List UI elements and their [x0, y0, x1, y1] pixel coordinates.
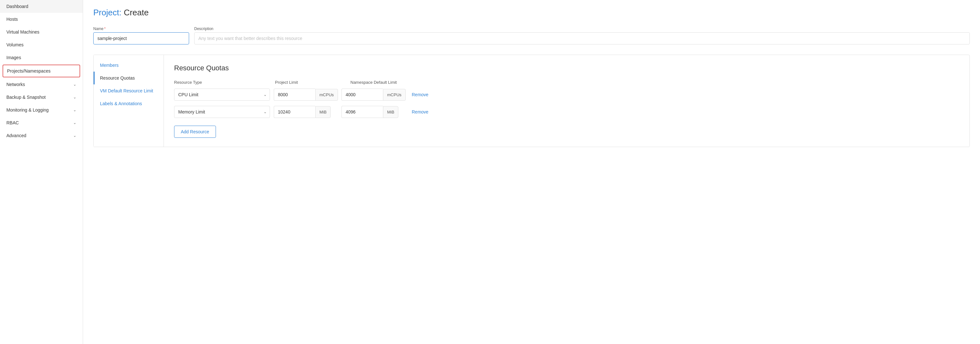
project-limit-group-memory: MiB — [274, 106, 337, 118]
description-field: Description — [194, 27, 970, 45]
sub-nav-resource-quotas[interactable]: Resource Quotas — [94, 72, 164, 85]
namespace-default-input-memory[interactable] — [342, 106, 383, 118]
remove-button-cpu[interactable]: Remove — [409, 91, 431, 98]
sidebar-item-label: Hosts — [6, 17, 18, 22]
namespace-default-group-cpu: mCPUs — [342, 88, 405, 101]
sidebar-item-label: RBAC — [6, 120, 19, 125]
namespace-default-group-memory: MiB — [342, 106, 405, 118]
sidebar-item-label: Dashboard — [6, 4, 29, 9]
sidebar-item-label: Advanced — [6, 133, 26, 138]
name-input[interactable] — [93, 32, 189, 45]
quotas-table-header: Resource Type Project Limit Namespace De… — [174, 80, 959, 85]
sub-nav: Members Resource Quotas VM Default Resou… — [94, 55, 164, 147]
sub-nav-vm-default[interactable]: VM Default Resource Limit — [94, 85, 164, 97]
sub-nav-labels-annotations[interactable]: Labels & Annotations — [94, 97, 164, 110]
project-limit-group-cpu: mCPUs — [274, 88, 337, 101]
sidebar-item-label: Images — [6, 55, 21, 60]
page-title: Project: Create — [93, 8, 970, 18]
chevron-down-icon: ⌄ — [73, 95, 76, 99]
namespace-default-unit-memory: MiB — [383, 106, 398, 118]
sidebar-item-backup-snapshot[interactable]: Backup & Snapshot ⌄ — [0, 91, 83, 104]
project-limit-unit-memory: MiB — [315, 106, 331, 118]
description-input[interactable] — [194, 32, 970, 45]
sidebar-item-volumes[interactable]: Volumes — [0, 38, 83, 51]
sidebar-item-projects-namespaces[interactable]: Projects/Namespaces — [3, 65, 80, 77]
add-resource-button[interactable]: Add Resource — [174, 126, 216, 138]
col-header-namespace-default: Namespace Default Limit — [350, 80, 440, 85]
name-label: Name* — [93, 27, 189, 31]
resource-type-select-memory[interactable]: CPU Limit Memory Limit — [174, 106, 270, 118]
project-limit-input-cpu[interactable] — [274, 88, 315, 101]
quota-row-memory: CPU Limit Memory Limit ⌄ MiB MiB Remove — [174, 106, 959, 118]
col-header-resource-type: Resource Type — [174, 80, 270, 85]
quotas-title: Resource Quotas — [174, 64, 959, 72]
col-header-project-limit: Project Limit — [275, 80, 345, 85]
quotas-panel: Resource Quotas Resource Type Project Li… — [164, 55, 969, 147]
resource-type-select-wrapper-cpu: CPU Limit Memory Limit ⌄ — [174, 88, 270, 101]
sidebar-item-virtual-machines[interactable]: Virtual Machines — [0, 26, 83, 38]
sidebar-item-label: Volumes — [6, 42, 24, 47]
sidebar-item-rbac[interactable]: RBAC ⌄ — [0, 116, 83, 129]
chevron-down-icon: ⌄ — [73, 133, 76, 138]
content-area: Members Resource Quotas VM Default Resou… — [93, 55, 970, 147]
project-form: Name* Description — [93, 27, 970, 45]
resource-type-select-wrapper-memory: CPU Limit Memory Limit ⌄ — [174, 106, 270, 118]
name-field: Name* — [93, 27, 189, 45]
sidebar-item-networks[interactable]: Networks ⌄ — [0, 78, 83, 91]
sidebar-item-hosts[interactable]: Hosts — [0, 13, 83, 26]
sidebar-item-label: Monitoring & Logging — [6, 107, 49, 112]
resource-type-select-cpu[interactable]: CPU Limit Memory Limit — [174, 88, 270, 101]
project-limit-unit-cpu: mCPUs — [315, 89, 338, 101]
sidebar: Dashboard Hosts Virtual Machines Volumes… — [0, 0, 83, 344]
sidebar-item-images[interactable]: Images — [0, 51, 83, 64]
chevron-down-icon: ⌄ — [73, 120, 76, 125]
chevron-down-icon: ⌄ — [73, 82, 76, 86]
chevron-down-icon: ⌄ — [73, 108, 76, 112]
namespace-default-input-cpu[interactable] — [342, 88, 383, 101]
sidebar-item-label: Networks — [6, 82, 25, 87]
namespace-default-unit-cpu: mCPUs — [383, 89, 406, 101]
sub-nav-members[interactable]: Members — [94, 59, 164, 72]
remove-button-memory[interactable]: Remove — [409, 108, 431, 116]
quota-row-cpu: CPU Limit Memory Limit ⌄ mCPUs mCPUs Rem… — [174, 88, 959, 101]
sidebar-item-monitoring-logging[interactable]: Monitoring & Logging ⌄ — [0, 104, 83, 116]
sidebar-item-label: Virtual Machines — [6, 29, 39, 35]
sidebar-item-advanced[interactable]: Advanced ⌄ — [0, 129, 83, 142]
sidebar-item-label: Backup & Snapshot — [6, 94, 46, 100]
project-limit-input-memory[interactable] — [274, 106, 315, 118]
description-label: Description — [194, 27, 970, 31]
sidebar-item-label: Projects/Namespaces — [7, 69, 51, 74]
main-content: Project: Create Name* Description Member… — [83, 0, 980, 344]
sidebar-item-dashboard[interactable]: Dashboard — [0, 0, 83, 13]
